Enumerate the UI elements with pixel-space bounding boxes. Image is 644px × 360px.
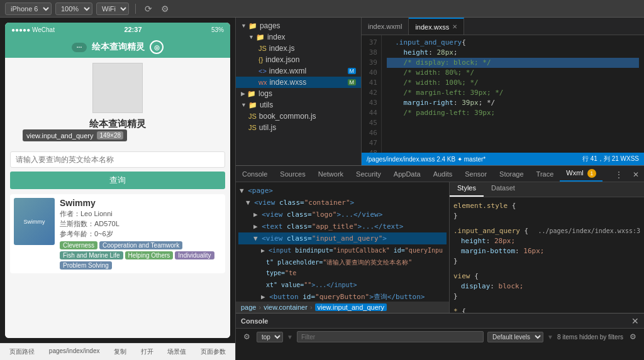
tree-index-folder[interactable]: ▼ 📁 index: [236, 31, 361, 43]
tree-label-bookcommon: book_common.js: [259, 112, 356, 121]
right-area: ▼ 📁 pages ▼ 📁 index JS index.js: [236, 18, 644, 360]
breadcrumb-inputquery[interactable]: view.input_and_query: [315, 303, 387, 311]
console-gear-icon[interactable]: ⚙: [627, 332, 639, 341]
tree-index-json[interactable]: {} index.json: [236, 54, 361, 65]
breadcrumb-container[interactable]: view.container: [264, 303, 308, 311]
style-selector-star: * {: [453, 307, 640, 313]
rotate-icon[interactable]: ⟳: [142, 4, 155, 14]
code-content[interactable]: .input_and_query{ height: 28px; /* displ…: [382, 35, 644, 153]
scene-button[interactable]: 场景值: [162, 346, 191, 357]
tab-close-icon[interactable]: ✕: [452, 23, 457, 30]
dom-panel: ▼ <page> ▼ <view class="container"> ▶ <v…: [236, 182, 450, 313]
settings-icon[interactable]: ⚙: [158, 4, 172, 14]
tab-trace[interactable]: Trace: [530, 168, 560, 182]
tree-index-wxss[interactable]: wx index.wxss M: [236, 77, 361, 88]
dom-breadcrumb: page › view.container › view.input_and_q…: [236, 302, 449, 313]
folder-index-icon: 📁: [256, 33, 265, 41]
status-left: /pages/index/index.wxss 2.4 KB ✦ master*: [367, 156, 486, 163]
tab-sensor[interactable]: Sensor: [458, 168, 493, 182]
tree-index-js[interactable]: JS index.js: [236, 43, 361, 54]
zoom-select[interactable]: 100%: [55, 3, 92, 15]
phone-status-bar: ●●●●● WeChat 22:37 53%: [5, 23, 230, 36]
tab-sources[interactable]: Sources: [274, 168, 311, 182]
console-toolbar: ⚙ top ▼ Default levels ▼ 8 items hidden …: [236, 329, 644, 345]
styles-tab-styles[interactable]: Styles: [450, 182, 484, 197]
tooltip-label: view.input_and_query: [26, 132, 93, 139]
breadcrumb-page[interactable]: page: [241, 303, 256, 311]
console-top-select[interactable]: top: [257, 332, 283, 342]
network-select[interactable]: WiFi: [96, 3, 129, 15]
close-devtools-icon[interactable]: ✕: [628, 168, 644, 182]
console-close-icon[interactable]: ✕: [631, 316, 639, 326]
tooltip-box: view.input_and_query 149×28: [23, 129, 127, 141]
tab-console[interactable]: Console: [236, 168, 274, 182]
console-header: Console ✕: [236, 314, 644, 329]
line-numbers: 37383940 41424344 45464748: [362, 35, 382, 153]
tab-index-wxss[interactable]: index.wxss ✕: [409, 18, 464, 35]
dom-arrow-logo[interactable]: ▶: [253, 210, 258, 219]
console-panel: Console ✕ ⚙ top ▼ Default levels ▼ 8 ite…: [236, 313, 644, 360]
device-select[interactable]: iPhone 6: [5, 3, 52, 15]
book-tags: Cleverness Cooperation and Teamwork Fish…: [60, 241, 221, 270]
path-value: pages/index/index: [44, 346, 105, 357]
tab-audits[interactable]: Audits: [427, 168, 459, 182]
tree-label-indexwxss: index.wxss: [269, 78, 345, 87]
dom-line-button: ▶ <button id="queryButton">查询</button>: [238, 291, 447, 302]
dom-arrow-apptitle[interactable]: ▶: [253, 222, 258, 231]
console-settings-icon[interactable]: ⚙: [241, 332, 253, 341]
copy-button[interactable]: 复制: [109, 346, 131, 357]
dom-line-inputquery[interactable]: ▼ <view class="input_and_query">: [238, 232, 447, 244]
tree-logs[interactable]: ▶ 📁 logs: [236, 88, 361, 99]
dom-arrow-container[interactable]: ▼: [246, 199, 250, 207]
tab-appdata[interactable]: AppData: [387, 168, 427, 182]
dom-arrow-inputquery[interactable]: ▼: [253, 234, 258, 243]
style-close-view: }: [453, 292, 640, 302]
more-icon[interactable]: ⋮: [610, 168, 628, 182]
tree-label-pages: pages: [260, 21, 356, 30]
wxss-badge: M: [348, 79, 357, 85]
tree-book-common[interactable]: JS book_common.js: [236, 111, 361, 122]
tab-security[interactable]: Security: [350, 168, 387, 182]
app-title: 绘本查询精灵: [10, 118, 225, 130]
styles-tab-dataset[interactable]: Dataset: [484, 182, 523, 197]
code-line-45: /* width: 100%; */: [387, 78, 639, 88]
dom-content[interactable]: ▼ <page> ▼ <view class="container"> ▶ <v…: [236, 182, 449, 302]
style-rule-inputquery: .input_and_query { ../pages/index/index.…: [453, 226, 640, 266]
header-dots[interactable]: ···: [72, 43, 87, 52]
json-file-icon: {}: [258, 56, 263, 63]
tree-pages[interactable]: ▼ 📁 pages: [236, 20, 361, 31]
open-button[interactable]: 打开: [136, 346, 158, 357]
tree-index-wxml[interactable]: <> index.wxml M: [236, 65, 361, 77]
styles-panel: Styles Dataset element.style { } .input_…: [450, 182, 644, 313]
file-tree-content: ▼ 📁 pages ▼ 📁 index JS index.js: [236, 18, 361, 165]
tab-network[interactable]: Network: [312, 168, 350, 182]
search-button[interactable]: 查询: [10, 172, 225, 189]
dom-line-logo: ▶ <view class="logo">...</view>: [238, 209, 447, 221]
title-tooltip-area: 绘本查询精灵 view.input_and_query 149×28: [10, 118, 225, 130]
tab-storage[interactable]: Storage: [493, 168, 530, 182]
params-button[interactable]: 页面参数: [196, 346, 231, 357]
search-input[interactable]: [10, 151, 225, 168]
tree-label-indexwxml: index.wxml: [269, 67, 345, 75]
console-filter-input[interactable]: [297, 331, 484, 342]
book-index: 兰斯指数：AD570L: [60, 219, 221, 229]
wxml-file-icon: <>: [258, 67, 267, 75]
tab-index-wxml[interactable]: index.wxml: [362, 18, 409, 35]
style-rule-star: * { margin: 0; }: [453, 307, 640, 313]
tab-wxml[interactable]: Wxml 1: [560, 166, 602, 182]
code-line-43: /* width: 80%; */: [387, 68, 639, 78]
header-circle-icon[interactable]: ◎: [150, 40, 164, 54]
dom-arrow-page[interactable]: ▼: [240, 187, 244, 195]
dom-arrow-button[interactable]: ▶: [261, 293, 265, 301]
tree-label-indexjson: index.json: [265, 55, 356, 64]
console-level-select[interactable]: Default levels: [487, 332, 543, 342]
image-placeholder: [92, 63, 143, 113]
tree-utils[interactable]: ▼ 📁 utils: [236, 99, 361, 111]
tree-label-util: util.js: [259, 123, 356, 132]
style-rule-element: element.style { }: [453, 201, 640, 221]
dom-arrow-input[interactable]: ▶: [261, 247, 265, 254]
phone-header: ··· 绘本查询精灵 ◎: [5, 36, 230, 58]
tree-util-js[interactable]: JS util.js: [236, 122, 361, 133]
book-cover-image: Swimmy: [14, 198, 55, 245]
code-line-48: /* padding-left: 39px;: [387, 108, 639, 118]
